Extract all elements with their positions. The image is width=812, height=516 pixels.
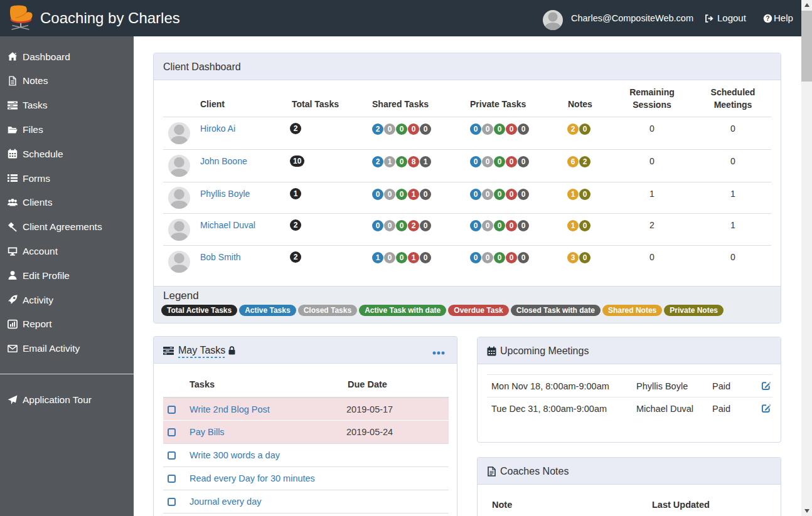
svg-text:?: ? (766, 15, 769, 22)
